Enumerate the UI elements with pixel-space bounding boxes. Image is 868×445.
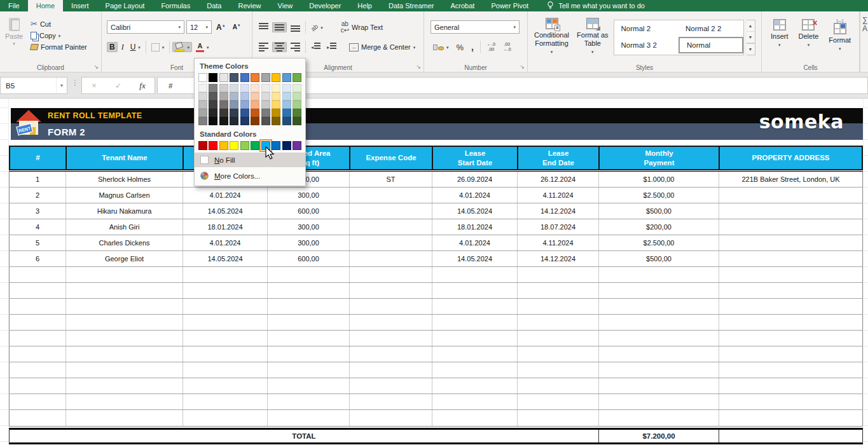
cell[interactable]	[10, 410, 66, 426]
cell[interactable]: 221B Baker Street, London, UK	[719, 172, 862, 187]
cell[interactable]	[599, 331, 719, 346]
standard-color-swatch[interactable]	[198, 141, 207, 150]
total-value-cell[interactable]: $7.200,00	[599, 430, 719, 442]
cell[interactable]	[350, 219, 432, 235]
cell[interactable]	[268, 394, 350, 409]
theme-variant-swatch[interactable]	[230, 84, 238, 92]
paste-button[interactable]: Paste ▾	[5, 18, 23, 46]
cell[interactable]	[183, 299, 268, 314]
cell[interactable]	[350, 188, 432, 203]
tab-review[interactable]: Review	[230, 0, 269, 11]
cell[interactable]	[599, 346, 719, 362]
header-cell[interactable]: Expense Code	[350, 147, 433, 169]
cell[interactable]	[599, 394, 719, 409]
cell[interactable]	[518, 346, 599, 362]
theme-variant-swatch[interactable]	[293, 100, 301, 109]
cell[interactable]	[10, 394, 66, 409]
top-align-button[interactable]	[256, 22, 271, 32]
theme-variant-swatch[interactable]	[293, 84, 301, 92]
no-fill-item[interactable]: No Fill	[195, 153, 305, 167]
theme-variant-swatch[interactable]	[198, 109, 207, 117]
cell[interactable]: 2	[10, 188, 66, 203]
cell[interactable]	[719, 299, 862, 314]
theme-variant-swatch[interactable]	[251, 117, 259, 125]
cell[interactable]	[350, 362, 432, 378]
bottom-align-button[interactable]	[288, 22, 303, 32]
cell[interactable]	[350, 267, 432, 282]
theme-color-swatch[interactable]	[209, 73, 217, 82]
fill-color-button[interactable]: ▾	[172, 42, 192, 52]
cell[interactable]	[432, 346, 518, 362]
cell[interactable]: 4.11.2024	[518, 188, 599, 203]
format-cells-button[interactable]: |↔| Format ▾	[826, 18, 853, 52]
theme-variant-swatch[interactable]	[251, 109, 259, 117]
cell[interactable]: $2.500,00	[599, 188, 719, 203]
cancel-button[interactable]: ×	[82, 78, 106, 93]
more-colors-item[interactable]: More Colors...	[195, 168, 305, 183]
cell[interactable]	[599, 267, 719, 282]
insert-function-button[interactable]: fx	[130, 78, 155, 93]
cell[interactable]	[518, 394, 599, 409]
total-label-cell[interactable]: TOTAL	[10, 430, 599, 442]
cell[interactable]: $1.000,00	[599, 172, 719, 187]
cell[interactable]	[599, 362, 719, 378]
format-as-table-button[interactable]: Format as Table ▾	[574, 17, 611, 55]
cell[interactable]	[268, 378, 350, 394]
delete-cells-button[interactable]: × Delete ▾	[796, 18, 822, 48]
theme-color-swatch[interactable]	[282, 73, 291, 82]
wrap-text-button[interactable]: abc↩Wrap Text	[338, 20, 386, 34]
tab-data-streamer[interactable]: Data Streamer	[380, 0, 443, 11]
formula-bar-handle[interactable]: ⋮	[71, 78, 79, 87]
bold-button[interactable]: B	[107, 42, 118, 52]
cell[interactable]	[719, 283, 862, 298]
cell[interactable]	[350, 283, 432, 298]
cell[interactable]	[268, 410, 350, 426]
cell[interactable]	[10, 362, 66, 378]
cell[interactable]	[432, 283, 518, 298]
gallery-down-button[interactable]: ▼	[747, 32, 755, 43]
style-normal[interactable]: Normal	[679, 37, 743, 53]
theme-variant-swatch[interactable]	[261, 100, 270, 109]
theme-variant-swatch[interactable]	[261, 84, 270, 92]
cell[interactable]	[599, 283, 719, 298]
cell[interactable]	[183, 315, 268, 330]
cell[interactable]	[350, 299, 432, 314]
number-format-combo[interactable]: General▾	[431, 20, 520, 34]
cell[interactable]: 14.12.2024	[518, 251, 599, 266]
cell[interactable]	[66, 331, 183, 346]
cell[interactable]: 26.12.2024	[518, 172, 599, 187]
theme-variant-swatch[interactable]	[251, 84, 259, 92]
cell[interactable]	[268, 331, 350, 346]
cell[interactable]: ST	[350, 172, 432, 187]
cell[interactable]	[10, 378, 66, 394]
tab-file[interactable]: File	[0, 0, 28, 11]
style-normal-2[interactable]: Normal 2	[614, 20, 679, 37]
theme-variant-swatch[interactable]	[209, 92, 217, 100]
cell[interactable]	[719, 410, 862, 426]
theme-variant-swatch[interactable]	[240, 84, 249, 92]
cell[interactable]: 26.09.2024	[432, 172, 518, 187]
theme-variant-swatch[interactable]	[198, 100, 207, 109]
cell[interactable]	[432, 410, 518, 426]
theme-color-swatch[interactable]	[293, 73, 301, 82]
cell[interactable]	[10, 315, 66, 330]
standard-color-swatch[interactable]	[219, 141, 228, 150]
align-right-button[interactable]	[288, 42, 303, 52]
cell[interactable]	[518, 362, 599, 378]
cell[interactable]: 14.05.2024	[432, 251, 518, 266]
enter-button[interactable]: ✓	[106, 78, 130, 93]
cell[interactable]	[183, 362, 268, 378]
cell[interactable]	[599, 378, 719, 394]
cell[interactable]	[599, 410, 719, 426]
cell[interactable]	[183, 410, 268, 426]
theme-variant-swatch[interactable]	[282, 117, 291, 125]
font-size-combo[interactable]: 12▾	[186, 20, 212, 34]
middle-align-button[interactable]	[272, 22, 287, 32]
font-color-button[interactable]: A▾	[193, 42, 212, 53]
cell[interactable]: 14.05.2024	[183, 251, 268, 266]
theme-variant-swatch[interactable]	[240, 100, 249, 109]
name-box[interactable]: B5 ▼	[0, 77, 67, 94]
cell[interactable]	[10, 331, 66, 346]
cell[interactable]	[183, 378, 268, 394]
cell[interactable]	[183, 267, 268, 282]
